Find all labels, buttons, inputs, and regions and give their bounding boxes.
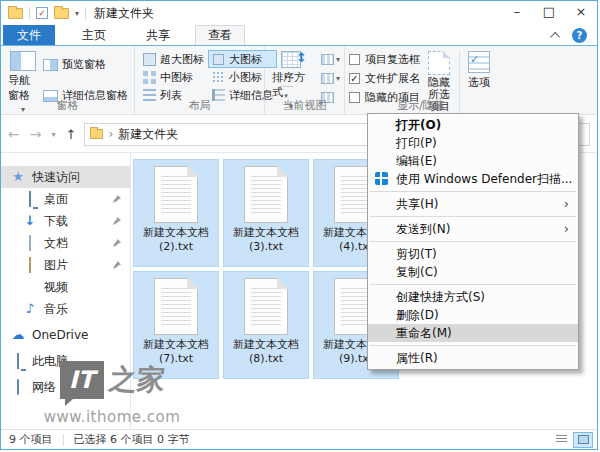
menu-item-print[interactable]: 打印(P) xyxy=(368,134,578,152)
sidebar-item-onedrive[interactable]: ☁ OneDrive xyxy=(1,324,130,346)
details-view-button[interactable] xyxy=(551,432,571,448)
recent-locations-icon[interactable]: ▾ xyxy=(51,130,55,139)
tab-view[interactable]: 查看 xyxy=(195,25,245,45)
show-hide-group-label: 显示/隐藏 xyxy=(345,98,497,113)
maximize-button[interactable]: □ xyxy=(533,1,565,25)
pin-icon xyxy=(112,195,121,204)
sidebar-label: 文档 xyxy=(44,235,68,252)
collapse-ribbon-icon[interactable] xyxy=(550,31,560,41)
tab-share[interactable]: 共享 xyxy=(133,25,183,45)
text-file-icon xyxy=(154,166,198,223)
options-icon: ✓ xyxy=(468,51,490,73)
file-tile[interactable]: 新建文本文档(8).txt xyxy=(223,271,309,379)
text-file-icon xyxy=(244,166,288,223)
menu-item-open[interactable]: 打开(O) xyxy=(368,116,578,134)
menu-label: 剪切(T) xyxy=(396,247,437,261)
title-bar: ✓ ▾ 新建文件夹 – □ × xyxy=(1,1,597,25)
pin-icon xyxy=(112,261,121,270)
window-controls: – □ × xyxy=(501,1,597,25)
tab-file[interactable]: 文件 xyxy=(3,25,55,45)
file-tile[interactable]: 新建文本文档(2).txt xyxy=(133,159,219,267)
extra-large-icons-option[interactable]: 超大图标 xyxy=(139,50,208,68)
up-icon[interactable]: ↑ xyxy=(65,127,76,142)
sidebar-item-desktop[interactable]: 桌面 xyxy=(1,188,130,210)
sidebar-label: 桌面 xyxy=(44,191,68,208)
navigation-pane-icon xyxy=(10,51,36,71)
sort-by-icon: ↕ xyxy=(281,51,301,68)
menu-label: 属性(R) xyxy=(396,351,438,365)
panes-group-label: 窗格 xyxy=(1,98,134,113)
download-icon: ↓ xyxy=(23,214,37,228)
sort-arrow-icon: ↕ xyxy=(296,50,307,65)
layout-group-label: 布局 xyxy=(135,98,264,113)
sidebar-item-pictures[interactable]: 图片 xyxy=(1,254,130,276)
menu-item-delete[interactable]: 删除(D) xyxy=(368,306,578,324)
music-icon: ♪ xyxy=(23,302,37,316)
large-icons-view-button[interactable] xyxy=(573,432,593,448)
qat-properties-icon[interactable]: ✓ xyxy=(36,7,48,19)
tab-home[interactable]: 主页 xyxy=(69,25,119,45)
menu-label: 打印(P) xyxy=(396,136,437,150)
preview-pane-icon xyxy=(43,59,58,71)
medium-icons-option[interactable]: 中图标 xyxy=(139,68,208,86)
checkbox-unchecked-icon xyxy=(349,54,360,65)
menu-item-rename[interactable]: 重命名(M) xyxy=(368,324,578,342)
sort-by-label: 排序方式 xyxy=(272,70,310,100)
file-name: 新建文本文档 xyxy=(134,226,218,240)
menu-item-copy[interactable]: 复制(C) xyxy=(368,263,578,281)
file-ext: (8).txt xyxy=(224,352,308,366)
text-file-icon xyxy=(154,278,198,335)
close-button[interactable]: × xyxy=(565,1,597,25)
sidebar-item-music[interactable]: ♪ 音乐 xyxy=(1,298,130,320)
menu-item-properties[interactable]: 属性(R) xyxy=(368,349,578,367)
ribbon-group-layout: 超大图标 中图标 列表 大图标 xyxy=(135,46,265,114)
back-icon[interactable]: ← xyxy=(8,126,20,142)
menu-label: 复制(C) xyxy=(396,265,438,279)
menu-label: 创建快捷方式(S) xyxy=(396,290,485,304)
sidebar-label: 快速访问 xyxy=(32,169,80,186)
pin-icon xyxy=(112,217,121,226)
breadcrumb-folder-icon xyxy=(90,129,103,139)
file-name: 新建文本文档 xyxy=(224,338,308,352)
breadcrumb[interactable]: 新建文件夹 xyxy=(118,126,178,143)
menu-label: 编辑(E) xyxy=(396,154,437,168)
preview-pane-button[interactable]: 预览窗格 xyxy=(41,56,130,73)
qat-customize-caret-icon[interactable]: ▾ xyxy=(75,9,79,18)
help-icon[interactable]: ? xyxy=(572,28,587,43)
sidebar-item-videos[interactable]: 视频 xyxy=(1,276,130,298)
large-icons-label: 大图标 xyxy=(229,52,262,67)
menu-item-share[interactable]: 共享(H) › xyxy=(368,195,578,213)
menu-item-edit[interactable]: 编辑(E) xyxy=(368,152,578,170)
text-file-icon xyxy=(244,278,288,335)
sidebar-item-downloads[interactable]: ↓ 下载 xyxy=(1,210,130,232)
windows-defender-icon xyxy=(375,172,388,185)
file-tile[interactable]: 新建文本文档(3).txt xyxy=(223,159,309,267)
submenu-arrow-icon: › xyxy=(564,195,569,213)
explorer-window: ✓ ▾ 新建文件夹 – □ × 文件 主页 共享 查看 ? 导航窗格 ▾ xyxy=(0,0,598,450)
qat-new-folder-icon[interactable] xyxy=(54,8,69,19)
menu-label: 打开(O) xyxy=(396,118,441,132)
menu-label: 发送到(N) xyxy=(396,222,450,236)
details-view-icon xyxy=(556,435,567,444)
sidebar-item-quick-access[interactable]: ★ 快速访问 xyxy=(1,166,130,188)
minimize-button[interactable]: – xyxy=(501,1,533,25)
group-by-button[interactable]: ▾ xyxy=(321,50,340,69)
qat-separator xyxy=(85,7,86,20)
file-name: 新建文本文档 xyxy=(134,338,218,352)
ribbon: 导航窗格 ▾ 预览窗格 详细信息窗格 窗格 xyxy=(1,46,597,115)
chevron-down-icon: ▾ xyxy=(336,55,340,64)
menu-item-send-to[interactable]: 发送到(N) › xyxy=(368,220,578,238)
ribbon-group-show-hide: 项目复选框 ✓ 文件扩展名 隐藏的项目 隐藏 所选项目 xyxy=(345,46,497,114)
file-extensions-option[interactable]: ✓ 文件扩展名 xyxy=(349,69,420,88)
forward-icon[interactable]: → xyxy=(30,126,42,142)
menu-item-create-shortcut[interactable]: 创建快捷方式(S) xyxy=(368,288,578,306)
watermark: IT 之家 www.ithome.com xyxy=(37,361,187,426)
menu-item-defender-scan[interactable]: 使用 Windows Defender扫描... xyxy=(368,170,578,188)
large-icons-icon xyxy=(213,54,224,65)
add-columns-button[interactable]: ▾ xyxy=(321,69,340,88)
add-columns-icon xyxy=(321,73,334,84)
sidebar-item-documents[interactable]: 文档 xyxy=(1,232,130,254)
small-icons-label: 小图标 xyxy=(229,70,262,85)
menu-item-cut[interactable]: 剪切(T) xyxy=(368,245,578,263)
item-checkboxes-option[interactable]: 项目复选框 xyxy=(349,50,420,69)
